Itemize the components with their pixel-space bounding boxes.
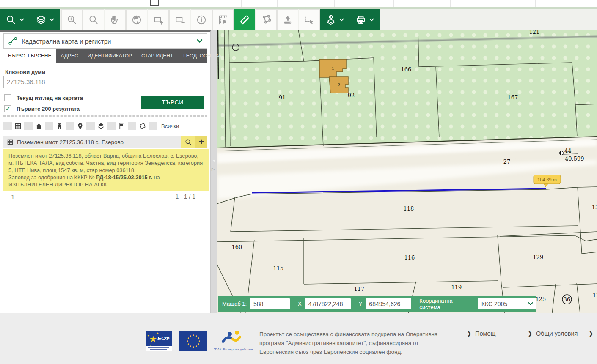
building-label: 1: [332, 66, 334, 71]
chevron-down-icon: [19, 18, 24, 22]
tab-identifier[interactable]: ИДЕНТИФИКАТОР: [83, 49, 137, 63]
result-zoom-button[interactable]: [181, 136, 195, 148]
parcel-grid-icon: [7, 139, 14, 145]
layers-dropdown-button[interactable]: [30, 9, 60, 30]
esf-logo: ★ ★ ★ ★ ЕСФ: [146, 331, 172, 351]
result-details: Поземлен имот 27125.36.118, област Варна…: [3, 149, 209, 191]
filter-checkbox-landmark[interactable]: [107, 122, 116, 130]
filter-all-label: Всички: [161, 123, 179, 129]
divider: [178, 0, 178, 7]
upload-icon: [282, 14, 293, 25]
select-features-button[interactable]: [299, 9, 320, 30]
parcel-grid-icon: [14, 123, 22, 130]
printer-icon: [355, 14, 366, 25]
parcel-label: 27: [503, 159, 511, 165]
parcel-label: 167: [508, 94, 518, 101]
collapse-left-arrow[interactable]: ◄: [212, 159, 215, 163]
svg-text:★: ★: [189, 345, 192, 348]
filter-checkbox-territory[interactable]: [128, 122, 136, 130]
filter-checkbox-zone[interactable]: [86, 122, 95, 130]
divider: [294, 296, 294, 312]
search-tabs: БЪРЗО ТЪРСЕНЕ АДРЕС ИДЕНТИФИКАТОР СТАР И…: [3, 49, 207, 63]
building-label: 2: [338, 82, 340, 87]
parcel-label: 160: [232, 244, 242, 250]
search-icon: [6, 14, 17, 25]
print-dropdown-button[interactable]: [349, 9, 380, 30]
parcel-label: 118: [404, 205, 414, 212]
current-view-checkbox[interactable]: [4, 94, 11, 101]
upload-button[interactable]: [277, 9, 298, 30]
survey-point-value: 40.599: [565, 156, 584, 162]
kais-cadastre-app: Кадастрална карта и регистри БЪРЗО ТЪРСЕ…: [0, 0, 597, 364]
zoom-in-button[interactable]: [61, 9, 83, 30]
parcel-label: 125: [536, 296, 546, 302]
chevron-down-icon: [528, 302, 533, 306]
footer-link-contacts[interactable]: ❯ К: [589, 330, 597, 337]
measure-polygon-button[interactable]: [256, 9, 277, 30]
map-canvas[interactable]: 1 2: [217, 30, 597, 313]
opak-logo: ОПАК. Експерти в действие: [214, 329, 253, 353]
browser-strip: [0, 0, 597, 7]
first200-label: Първите 200 резултата: [17, 106, 80, 112]
chevron-right-icon: ❯: [528, 331, 532, 337]
filter-checkbox-parcel[interactable]: [3, 122, 12, 130]
info-icon: [196, 14, 207, 25]
identify-info-button[interactable]: [191, 9, 212, 30]
measure-area-button[interactable]: [212, 9, 234, 30]
svg-text:★: ★: [197, 342, 200, 345]
result-actions: +: [181, 136, 207, 148]
search-sidebar: Кадастрална карта и регистри БЪРЗО ТЪРСЕ…: [0, 30, 211, 313]
tab-geodetic-base[interactable]: ГЕОД. ОСНОВА: [179, 49, 226, 63]
crs-value: ККС 2005: [481, 301, 507, 307]
result-type-filters: Всички: [3, 121, 179, 131]
first200-checkbox[interactable]: ✓: [4, 105, 11, 112]
y-coordinate-input[interactable]: [366, 298, 411, 309]
esf-logo-text: ЕСФ: [157, 335, 170, 342]
flag-icon: [118, 123, 125, 130]
zoom-rect-in-button[interactable]: [148, 9, 169, 30]
zone-layers-icon: [97, 123, 105, 130]
divider: [241, 0, 242, 7]
divider: [450, 0, 451, 7]
search-dropdown-button[interactable]: [0, 9, 30, 30]
result-row[interactable]: Поземлен имот 27125.36.118 с. Езерово +: [3, 136, 207, 148]
tab-old-ident[interactable]: СТАР ИДЕНТ.: [137, 49, 179, 63]
x-coordinate-input[interactable]: [305, 298, 351, 309]
scale-input[interactable]: [250, 298, 290, 309]
tab-quick-search[interactable]: БЪРЗО ТЪРСЕНЕ: [3, 49, 56, 63]
keywords-input[interactable]: [3, 76, 206, 88]
parcel-label: 13: [592, 204, 597, 211]
zoom-rect-out-button[interactable]: [169, 9, 190, 30]
filter-checkbox-structure[interactable]: [45, 122, 53, 130]
page-footer: ★ ★ ★ ★ ЕСФ ★★★ ★★★ ★★★ ★★★ ОПАК. Експ: [0, 313, 597, 364]
search-button[interactable]: ТЪРСИ: [141, 96, 204, 109]
footer-link-label: Помощ: [475, 330, 495, 337]
expand-right-arrow[interactable]: ▷: [212, 167, 215, 171]
location-pin-icon: [77, 123, 84, 130]
result-add-button[interactable]: +: [195, 136, 207, 148]
crs-select[interactable]: ККС 2005: [478, 298, 536, 309]
divider: [334, 0, 335, 7]
map-info-dropdown-button[interactable]: [320, 9, 349, 30]
service-selector[interactable]: Кадастрална карта и регистри: [3, 33, 207, 49]
x-label: X: [298, 301, 302, 307]
filter-checkbox-point[interactable]: [66, 122, 74, 130]
order-number: РД-18-15/25.02.2015 г.: [96, 174, 152, 181]
measure-distance-button[interactable]: [234, 9, 255, 30]
svg-text:★: ★: [195, 334, 198, 337]
filter-checkbox-building[interactable]: [24, 122, 33, 130]
result-description: Поземлен имот 27125.36.118, област Варна…: [8, 153, 203, 173]
tab-address[interactable]: АДРЕС: [56, 49, 83, 63]
filter-checkbox-all[interactable]: [149, 122, 157, 130]
overview-globe-button[interactable]: [126, 9, 147, 30]
pan-button[interactable]: [105, 9, 126, 30]
footer-link-help[interactable]: ❯ Помощ: [467, 330, 496, 337]
divider: [535, 0, 536, 7]
footer-link-terms[interactable]: ❯ Общи условия: [528, 330, 578, 337]
page-number[interactable]: 1: [11, 193, 14, 200]
cadastre-route-icon: [8, 36, 17, 46]
zoom-out-button[interactable]: [83, 9, 104, 30]
scale-label: Мащаб 1:: [222, 301, 247, 307]
hand-icon: [110, 14, 121, 25]
globe-icon: [131, 14, 142, 25]
